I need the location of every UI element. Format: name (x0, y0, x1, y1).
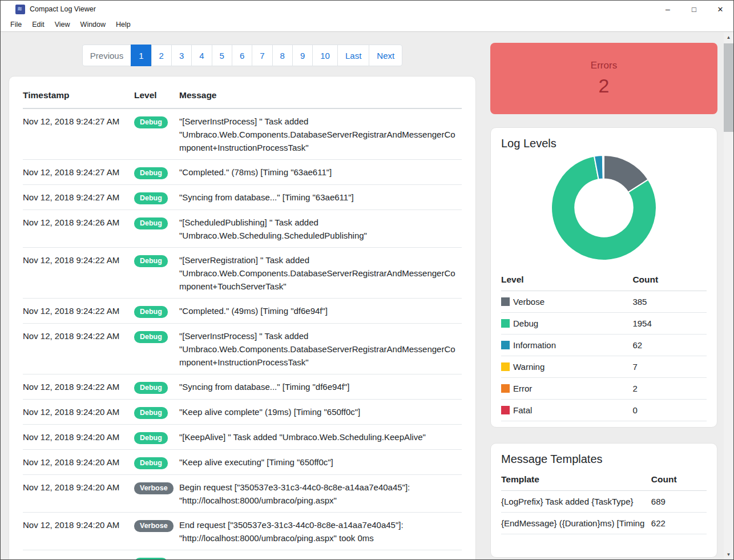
page-button-7: 7 (252, 45, 272, 66)
template-text: {EndMessage} ({Duration}ms) [Timing (501, 513, 651, 534)
level-badge: Debug (134, 331, 168, 343)
level-badge: Verbose (134, 482, 174, 494)
level-badge: Debug (134, 558, 168, 559)
legend-count: 1954 (632, 313, 707, 335)
message-templates-card: Message Templates Template Count {LogPre… (490, 443, 717, 558)
page-link-4[interactable]: 4 (191, 45, 212, 66)
log-timestamp: Nov 12, 2018 9:24:27 AM (23, 108, 134, 160)
page-link-6[interactable]: 6 (232, 45, 252, 66)
page-button-next: Next (369, 45, 402, 66)
page-link-9[interactable]: 9 (292, 45, 313, 66)
log-timestamp: Nov 12, 2018 9:24:20 AM (23, 513, 134, 550)
templates-header-count: Count (651, 468, 707, 491)
column-header-timestamp: Timestamp (23, 82, 134, 108)
legend-count: 62 (632, 335, 707, 356)
log-message: "[ServerRegistration] " Task added "Umbr… (179, 248, 462, 299)
page-button-5: 5 (212, 45, 232, 66)
log-row[interactable]: Nov 12, 2018 9:24:20 AMDebug"Keep alive … (23, 400, 462, 425)
log-row[interactable]: Nov 12, 2018 9:24:20 AMDebug"Keep alive … (23, 450, 462, 475)
log-row[interactable]: Nov 12, 2018 9:24:22 AMDebug"Syncing fro… (23, 374, 462, 400)
log-row[interactable]: Nov 12, 2018 9:24:18 AMDebug"Scheduled t… (23, 550, 462, 560)
legend-row: Error2 (501, 378, 707, 400)
legend-level-cell: Information (501, 335, 632, 356)
legend-swatch-verbose (501, 297, 510, 306)
template-row[interactable]: {LogPrefix} Task added {TaskType}689 (501, 491, 707, 513)
legend-row: Warning7 (501, 356, 707, 378)
app-window: Compact Log Viewer – □ ✕ FileEditViewWin… (0, 0, 734, 560)
legend-swatch-debug (501, 319, 510, 328)
log-row[interactable]: Nov 12, 2018 9:24:20 AMVerboseBegin requ… (23, 475, 462, 513)
legend-count: 385 (632, 291, 707, 313)
log-level-cell: Debug (134, 400, 179, 425)
template-row[interactable]: {EndMessage} ({Duration}ms) [Timing622 (501, 513, 707, 534)
log-row[interactable]: Nov 12, 2018 9:24:22 AMDebug"Completed."… (23, 299, 462, 324)
log-row[interactable]: Nov 12, 2018 9:24:27 AMDebug"[ServerInst… (23, 108, 462, 160)
page-link-next[interactable]: Next (369, 45, 402, 66)
legend-count: 7 (632, 356, 707, 378)
log-row[interactable]: Nov 12, 2018 9:24:20 AMVerboseEnd reques… (23, 513, 462, 550)
minimize-button[interactable]: – (655, 1, 681, 18)
level-badge: Debug (134, 167, 168, 179)
legend-level-cell: Error (501, 378, 632, 400)
log-message: "Completed." (78ms) [Timing "63ae611"] (179, 160, 462, 185)
legend-swatch-information (501, 341, 510, 349)
legend-level-cell: Verbose (501, 291, 632, 313)
legend-level-cell: Debug (501, 313, 632, 335)
log-row[interactable]: Nov 12, 2018 9:24:20 AMDebug"[KeepAlive]… (23, 425, 462, 450)
scroll-down-icon[interactable]: ▼ (724, 550, 733, 559)
log-timestamp: Nov 12, 2018 9:24:27 AM (23, 185, 134, 210)
log-level-cell: Debug (134, 450, 179, 475)
page-link-1[interactable]: 1 (131, 45, 151, 66)
window-title: Compact Log Viewer (30, 5, 96, 13)
legend-row: Information62 (501, 335, 707, 356)
menu-item-view[interactable]: View (50, 19, 75, 30)
menu-item-help[interactable]: Help (111, 19, 136, 30)
log-levels-legend-table: Level Count Verbose385Debug1954Informati… (501, 268, 707, 421)
log-timestamp: Nov 12, 2018 9:24:20 AM (23, 450, 134, 475)
menu-item-edit[interactable]: Edit (27, 19, 50, 30)
log-row[interactable]: Nov 12, 2018 9:24:27 AMDebug"Syncing fro… (23, 185, 462, 210)
log-timestamp: Nov 12, 2018 9:24:18 AM (23, 550, 134, 560)
page-button-6: 6 (232, 45, 252, 66)
errors-card-title: Errors (591, 60, 617, 71)
page-link-8[interactable]: 8 (272, 45, 293, 66)
template-text: {LogPrefix} Task added {TaskType} (501, 491, 651, 513)
level-badge: Debug (134, 457, 168, 469)
page-button-4: 4 (192, 45, 212, 66)
page-link-10[interactable]: 10 (312, 45, 338, 66)
log-row[interactable]: Nov 12, 2018 9:24:22 AMDebug"[ServerInst… (23, 324, 462, 374)
menu-item-file[interactable]: File (5, 19, 27, 30)
log-row[interactable]: Nov 12, 2018 9:24:27 AMDebug"Completed."… (23, 160, 462, 185)
log-row[interactable]: Nov 12, 2018 9:24:26 AMDebug"[ScheduledP… (23, 210, 462, 248)
log-row[interactable]: Nov 12, 2018 9:24:22 AMDebug"[ServerRegi… (23, 248, 462, 299)
legend-level-cell: Fatal (501, 400, 632, 421)
log-message: "Completed." (49ms) [Timing "df6e94f"] (179, 299, 462, 324)
log-level-cell: Debug (134, 248, 179, 299)
message-templates-table: Template Count {LogPrefix} Task added {T… (501, 468, 707, 534)
log-message: "[KeepAlive] " Task added "Umbraco.Web.S… (179, 425, 462, 450)
log-message: End request ["350537e3-31c3-44c0-8c8e-a1… (179, 513, 462, 550)
log-level-cell: Debug (134, 324, 179, 374)
page-link-last[interactable]: Last (337, 45, 369, 66)
page-link-5[interactable]: 5 (212, 45, 232, 66)
log-levels-donut-chart[interactable] (501, 152, 707, 264)
legend-row: Fatal0 (501, 400, 707, 421)
log-level-cell: Debug (134, 550, 179, 560)
close-button[interactable]: ✕ (707, 1, 733, 18)
legend-swatch-error (501, 384, 510, 393)
maximize-button[interactable]: □ (681, 1, 707, 18)
page-link-7[interactable]: 7 (252, 45, 272, 66)
page-link-2[interactable]: 2 (151, 45, 172, 66)
content-area: Previous12345678910LastNext Timestamp Le… (1, 33, 733, 559)
page-button-2: 2 (152, 45, 172, 66)
scrollbar-thumb[interactable] (724, 43, 733, 132)
scroll-up-icon[interactable]: ▲ (724, 33, 733, 42)
template-count: 622 (651, 513, 707, 534)
page-link-previous[interactable]: Previous (82, 45, 131, 66)
pagination: Previous12345678910LastNext (9, 45, 476, 66)
log-level-cell: Debug (134, 374, 179, 400)
vertical-scrollbar[interactable]: ▲ ▼ (724, 33, 733, 559)
page-button-previous: Previous (82, 45, 131, 66)
menu-item-window[interactable]: Window (75, 19, 111, 30)
page-link-3[interactable]: 3 (171, 45, 192, 66)
